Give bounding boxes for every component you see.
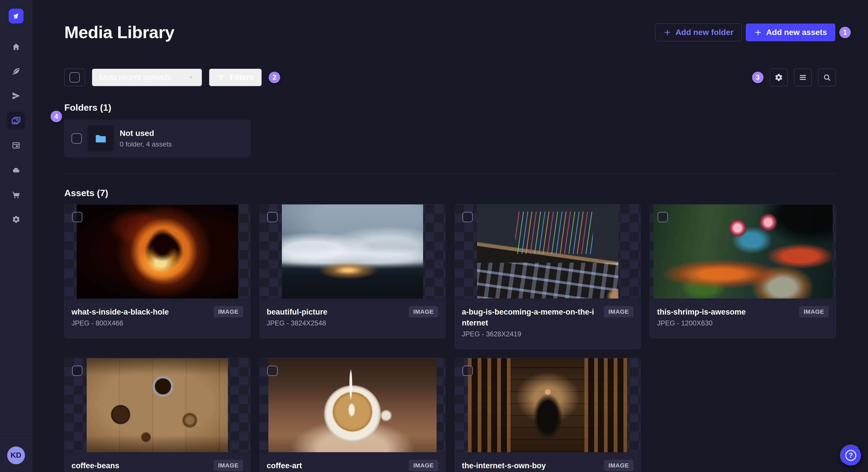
asset-thumbnail [65,358,250,452]
asset-type-badge: IMAGE [604,460,633,471]
avatar[interactable]: KD [7,446,25,464]
asset-thumbnail [455,204,640,299]
asset-title: coffee-art [267,460,302,471]
sidebar: KD [0,0,32,472]
section-divider [64,174,836,174]
asset-card[interactable]: a-bug-is-becoming-a-meme-on-the-internet… [455,204,641,349]
asset-card[interactable]: the-internet-s-own-boy IMAGE JPEG - 1200… [455,358,641,472]
sidebar-item-cloud[interactable] [7,161,25,179]
asset-checkbox[interactable] [267,366,278,376]
header-actions: Add new folder Add new assets 1 [655,24,851,41]
asset-meta: JPEG - 800X466 [71,319,243,327]
asset-thumbnail [260,358,445,452]
asset-card[interactable]: coffee-beans IMAGE JPEG - 5021X3347 [64,358,250,472]
asset-title: the-internet-s-own-boy [462,460,546,471]
sidebar-item-media-library[interactable] [7,112,25,130]
user-container: KD [0,438,32,472]
main-content: Media Library Add new folder Add new ass… [32,0,868,472]
gear-icon [774,73,783,82]
asset-type-badge: IMAGE [214,306,243,317]
add-new-folder-button[interactable]: Add new folder [655,24,742,41]
asset-caption: this-shrimp-is-awesome IMAGE JPEG - 1200… [650,299,836,338]
sidebar-item-releases[interactable] [7,87,25,105]
sidebar-item-marketplace[interactable] [7,186,25,204]
assets-heading: Assets (7) [64,188,836,198]
sort-select-value: Most recent uploads [99,73,172,82]
tour-step-badge-4: 4 [51,111,62,122]
asset-checkbox[interactable] [462,212,473,222]
sidebar-item-content[interactable] [7,63,25,80]
help-button[interactable]: ? [840,444,862,466]
asset-thumbnail [65,204,250,299]
cloud-icon [12,166,20,174]
sidebar-item-settings[interactable] [7,210,25,228]
page-header: Media Library Add new folder Add new ass… [64,0,836,42]
asset-checkbox[interactable] [72,212,82,222]
select-all-checkbox-button[interactable] [64,69,85,86]
paper-plane-icon [12,92,20,100]
filters-button[interactable]: Filters [209,69,262,86]
list-view-button[interactable] [794,69,812,86]
asset-card[interactable]: coffee-art IMAGE JPEG - 5824X3259 [259,358,445,472]
asset-title: this-shrimp-is-awesome [657,307,746,317]
asset-card[interactable]: this-shrimp-is-awesome IMAGE JPEG - 1200… [650,204,836,338]
asset-meta: JPEG - 3628X2419 [462,330,633,338]
asset-photo [468,358,628,452]
logo-mark [12,12,20,20]
asset-photo [76,204,238,299]
cart-icon [12,191,20,199]
asset-photo [282,204,423,299]
view-controls: 3 [752,69,836,86]
add-new-assets-button[interactable]: Add new assets [746,24,835,41]
asset-caption: the-internet-s-own-boy IMAGE JPEG - 1200… [455,452,640,472]
add-new-folder-label: Add new folder [675,28,733,37]
chevron-down-icon [187,74,195,81]
asset-thumbnail [650,204,836,299]
folders-list: Not used 0 folder, 4 assets [64,120,836,157]
asset-title: a-bug-is-becoming-a-meme-on-the-internet [462,307,599,328]
folder-tile [88,125,114,152]
sidebar-nav [7,32,25,228]
asset-thumbnail [260,204,445,299]
asset-checkbox[interactable] [72,366,82,376]
select-all-checkbox[interactable] [69,72,80,82]
folder-info: Not used 0 folder, 4 assets [120,129,172,148]
add-new-assets-label: Add new assets [766,28,827,37]
sidebar-item-home[interactable] [7,38,25,56]
asset-title: coffee-beans [71,460,119,471]
strapi-logo-icon[interactable] [9,9,24,24]
search-button[interactable] [818,69,836,86]
asset-checkbox[interactable] [658,212,668,222]
asset-card[interactable]: what-s-inside-a-black-hole IMAGE JPEG - … [64,204,250,338]
sort-select[interactable]: Most recent uploads [92,69,202,86]
asset-photo [87,358,228,452]
asset-checkbox[interactable] [462,366,473,376]
asset-type-badge: IMAGE [409,306,438,317]
toolbar: Most recent uploads Filters 2 3 [64,69,836,86]
logo-container [0,0,32,32]
sidebar-item-content-manager[interactable] [7,136,25,154]
asset-caption: a-bug-is-becoming-a-meme-on-the-internet… [455,299,640,349]
asset-type-badge: IMAGE [214,460,243,471]
asset-checkbox[interactable] [267,212,278,222]
folder-name: Not used [120,129,172,138]
plus-icon [754,28,762,36]
asset-type-badge: IMAGE [409,460,438,471]
search-icon [823,73,831,82]
asset-thumbnail [455,358,640,452]
folder-card[interactable]: Not used 0 folder, 4 assets [64,120,250,157]
folder-checkbox[interactable] [71,133,82,144]
asset-caption: beautiful-picture IMAGE JPEG - 3824X2548 [260,299,445,338]
asset-caption: coffee-art IMAGE JPEG - 5824X3259 [260,452,445,472]
question-mark-icon: ? [845,450,856,461]
view-settings-button[interactable] [770,69,787,86]
home-icon [12,42,20,51]
list-icon [799,73,807,82]
feather-icon [12,67,20,76]
folders-heading: Folders (1) [64,102,836,113]
asset-type-badge: IMAGE [799,306,829,317]
asset-title: beautiful-picture [267,307,328,317]
asset-title: what-s-inside-a-black-hole [71,307,169,317]
asset-card[interactable]: beautiful-picture IMAGE JPEG - 3824X2548 [259,204,445,338]
asset-type-badge: IMAGE [604,306,633,317]
